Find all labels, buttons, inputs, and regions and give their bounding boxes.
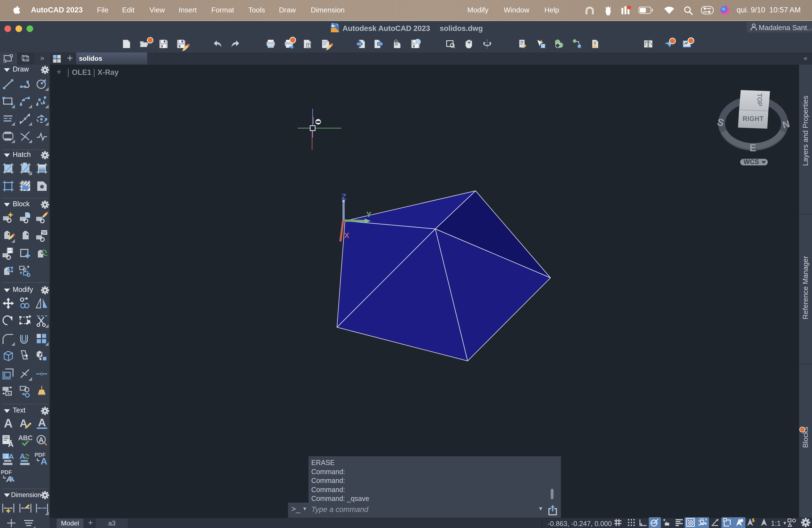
svg-text:A: A <box>39 436 44 444</box>
svg-text:A: A <box>9 452 14 460</box>
svg-text:A: A <box>41 456 47 466</box>
svg-text:Z: Z <box>342 192 346 201</box>
svg-text:TOP: TOP <box>756 93 763 106</box>
svg-text:RIGHT: RIGHT <box>743 115 764 122</box>
svg-text:X: X <box>344 231 349 240</box>
svg-text:WCS: WCS <box>743 158 759 165</box>
svg-text:+: + <box>56 67 62 77</box>
svg-text:A: A <box>19 452 25 460</box>
svg-text:|: | <box>67 68 69 77</box>
svg-text:Y: Y <box>366 210 372 219</box>
svg-text:|: | <box>93 68 95 77</box>
svg-text:OLE1: OLE1 <box>72 68 91 76</box>
svg-text:A: A <box>4 416 13 430</box>
svg-text:ABC: ABC <box>18 434 33 442</box>
svg-text:A: A <box>38 416 46 429</box>
svg-text:X-Ray: X-Ray <box>98 68 119 76</box>
svg-text:A: A <box>8 440 14 449</box>
svg-text:E: E <box>750 142 756 153</box>
